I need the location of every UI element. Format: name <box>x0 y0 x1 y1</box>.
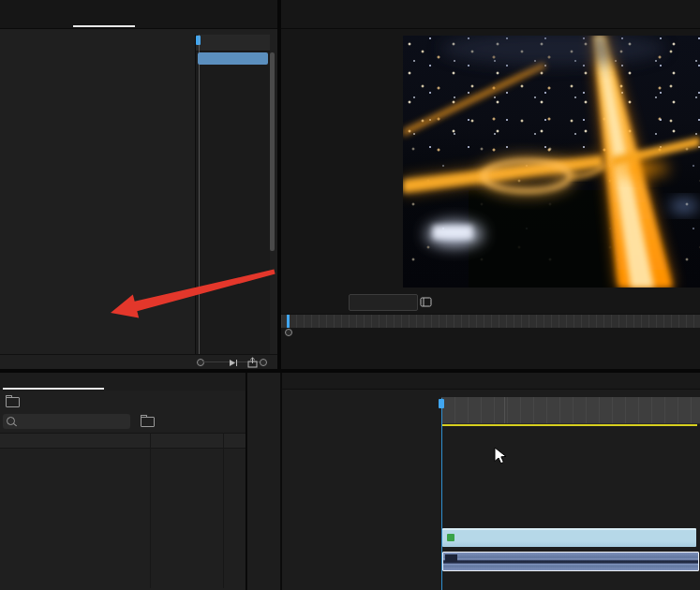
play-audio-icon[interactable] <box>228 358 239 368</box>
column-divider[interactable] <box>223 433 224 588</box>
render-bar-yellow <box>441 424 697 426</box>
ruler-gridline <box>504 397 505 423</box>
timeline-playhead-line <box>441 398 442 590</box>
fx-mini-timeline <box>196 35 270 354</box>
audio-clip-label <box>445 554 457 562</box>
city-roads-art <box>403 36 700 288</box>
fx-mini-ruler[interactable] <box>196 35 270 52</box>
program-monitor-panel <box>281 0 700 369</box>
zoom-level-dropdown[interactable] <box>349 294 418 311</box>
fx-mini-clip[interactable] <box>198 52 268 65</box>
new-bin-icon[interactable] <box>141 417 155 427</box>
timeline-audio-clip[interactable] <box>442 552 699 571</box>
scrub-zoom-handle[interactable] <box>285 329 292 336</box>
clip-fx-badge-icon <box>447 534 454 541</box>
scrub-playhead[interactable] <box>287 315 290 328</box>
bin-icon <box>6 397 20 407</box>
fx-zoom-handle-left[interactable] <box>197 359 204 366</box>
timeline-ruler[interactable] <box>441 397 700 424</box>
project-column-headers <box>0 433 246 449</box>
tools-panel <box>246 373 281 590</box>
fx-vertical-scrollbar[interactable] <box>270 52 275 251</box>
timeline-playhead-icon[interactable] <box>439 399 444 408</box>
program-scrub-bar[interactable] <box>281 314 700 328</box>
fx-bottom-bar <box>0 354 277 369</box>
video-preview <box>403 36 700 288</box>
column-divider[interactable] <box>150 433 151 588</box>
search-input[interactable] <box>20 415 128 429</box>
active-tab-underline <box>73 25 135 27</box>
fx-zoom-handle-right[interactable] <box>260 359 267 366</box>
program-tabbar <box>281 0 700 29</box>
search-box <box>3 414 130 429</box>
fx-cti-line <box>199 35 200 354</box>
project-panel <box>0 373 246 590</box>
premiere-window <box>0 0 700 590</box>
active-tab-underline <box>3 388 104 390</box>
project-tabbar <box>0 373 246 391</box>
search-icon <box>7 417 15 425</box>
export-icon[interactable] <box>246 357 259 368</box>
effect-controls-panel <box>0 0 277 369</box>
timeline-video-clip[interactable] <box>442 528 696 547</box>
fx-tabbar <box>0 0 277 29</box>
fx-clip-header <box>0 35 195 51</box>
timeline-panel <box>281 373 700 590</box>
timeline-tabbar <box>282 373 700 390</box>
monitor-settings-icon[interactable] <box>420 296 432 308</box>
effect-properties-list <box>0 52 195 354</box>
